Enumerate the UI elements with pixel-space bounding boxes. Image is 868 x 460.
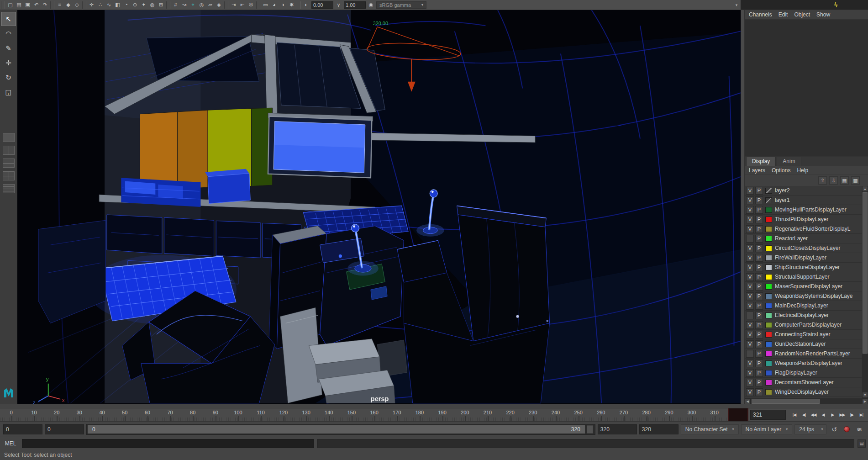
layer-row[interactable]: V P FireWallDisplayLayer — [745, 253, 862, 263]
playback-loop-icon[interactable]: ↺ — [829, 426, 840, 433]
layer-visibility-toggle[interactable]: V — [746, 331, 754, 338]
layer-playback-toggle[interactable]: P — [755, 292, 763, 300]
layer-playback-toggle[interactable]: P — [755, 273, 763, 281]
select-misc-mask-icon[interactable]: ⊞ — [157, 1, 165, 9]
new-scene-icon[interactable]: ▢ — [6, 1, 15, 9]
layout-two-pane-stacked-button[interactable] — [3, 159, 15, 168]
layer-playback-toggle[interactable]: P — [755, 369, 763, 377]
channel-box-menu-item[interactable]: Object — [794, 11, 810, 18]
layout-single-pane-button[interactable] — [3, 133, 15, 142]
make-live-icon[interactable]: ◈ — [215, 1, 223, 9]
layer-color-swatch[interactable] — [765, 293, 772, 299]
layer-color-swatch[interactable] — [765, 188, 772, 194]
construction-history-icon[interactable]: ✇ — [247, 1, 255, 9]
animation-end-field[interactable] — [598, 424, 637, 434]
perspective-viewport[interactable]: 320.00 y x z persp — [17, 10, 741, 404]
layout-two-pane-side-button[interactable] — [3, 146, 15, 155]
toolbar-section-grip[interactable] — [166, 1, 170, 9]
anim-layer-dropdown[interactable]: No Anim Layer ▾ — [741, 424, 793, 434]
render-settings-icon[interactable]: ✱ — [287, 1, 296, 9]
toolbar-section-grip[interactable] — [224, 1, 228, 9]
open-render-view-icon[interactable]: ▭ — [261, 1, 270, 9]
redo-icon[interactable]: ↷ — [41, 1, 49, 9]
move-tool[interactable]: ✛ — [1, 56, 16, 70]
layer-visibility-toggle[interactable]: V — [746, 273, 754, 281]
layer-color-swatch[interactable] — [765, 236, 772, 242]
render-current-frame-icon[interactable]: ◕ — [270, 1, 279, 9]
current-frame-field[interactable] — [750, 410, 786, 420]
layer-visibility-toggle[interactable] — [746, 350, 754, 358]
go-to-playback-start-button[interactable]: |◀ — [790, 410, 799, 419]
snap-to-projected-center-icon[interactable]: ◎ — [197, 1, 206, 9]
layer-color-swatch[interactable] — [765, 303, 772, 309]
tab-anim[interactable]: Anim — [777, 157, 801, 166]
view-transform-icon[interactable]: ◉ — [367, 1, 375, 9]
layer-visibility-toggle[interactable]: V — [746, 254, 754, 262]
script-editor-icon[interactable]: ▤ — [857, 439, 866, 448]
layer-playback-toggle[interactable]: P — [755, 388, 763, 396]
input-connections-icon[interactable]: ⇥ — [229, 1, 238, 9]
layer-editor-menu-item[interactable]: Layers — [749, 167, 765, 174]
layer-color-swatch[interactable] — [765, 217, 772, 222]
layer-playback-toggle[interactable]: P — [755, 254, 763, 262]
layer-row[interactable]: V P layer1 — [745, 196, 862, 205]
layer-playback-toggle[interactable]: P — [755, 379, 763, 386]
move-layer-up-icon[interactable]: ⇧ — [818, 176, 827, 185]
animation-start-field[interactable] — [45, 424, 84, 434]
layer-row[interactable]: V P MaserSquaredDisplayLayer — [745, 282, 862, 291]
toolbar-section-grip[interactable] — [82, 1, 86, 9]
layer-color-swatch[interactable] — [765, 197, 772, 203]
channel-box-menu-item[interactable]: Show — [816, 11, 830, 18]
layer-row[interactable]: V P CircuitClosetsDisplayLayer — [745, 243, 862, 253]
layer-playback-toggle[interactable]: P — [755, 283, 763, 291]
exposure-icon[interactable]: ◐ — [302, 1, 310, 9]
layer-color-swatch[interactable] — [765, 380, 772, 386]
select-by-hierarchy-icon[interactable]: ≡ — [55, 1, 64, 9]
layer-playback-toggle[interactable]: P — [755, 264, 763, 271]
playback-start-field[interactable] — [3, 424, 42, 434]
lasso-tool[interactable]: ◠ — [1, 26, 16, 41]
current-time-marker[interactable] — [728, 408, 748, 421]
layer-color-swatch[interactable] — [765, 284, 772, 290]
horizontal-scrollbar-thumb[interactable] — [752, 399, 820, 404]
layer-row[interactable]: V P WingDecDisplayLayer — [745, 387, 862, 397]
layer-visibility-toggle[interactable]: V — [746, 369, 754, 377]
layer-playback-toggle[interactable]: P — [755, 225, 763, 233]
layer-list-vertical-scrollbar[interactable]: ▲ ▼ — [862, 186, 868, 398]
channel-box-menu-item[interactable]: Channels — [749, 11, 772, 18]
select-dynamics-mask-icon[interactable]: ✦ — [139, 1, 148, 9]
gamma-icon[interactable]: γ — [334, 1, 343, 9]
layer-row[interactable]: V P MainDecDisplayLayer — [745, 301, 862, 311]
range-slider-track[interactable]: 0 320 — [86, 424, 595, 435]
layer-editor-menu-item[interactable]: Help — [797, 167, 808, 174]
layer-row[interactable]: V P ShipStructureDisplayLayer — [745, 263, 862, 272]
layer-list-horizontal-scrollbar[interactable]: ◀ ▶ — [745, 398, 868, 404]
fps-value-box[interactable]: 24 fps — [794, 424, 818, 434]
viewport-canvas[interactable]: 320.00 y x z persp — [17, 10, 741, 404]
layer-row[interactable]: P RandomNonRenderPartsLayer — [745, 349, 862, 359]
layer-visibility-toggle[interactable]: V — [746, 388, 754, 396]
toolbar-section-grip[interactable] — [1, 1, 5, 9]
layer-editor-menu-item[interactable]: Options — [772, 167, 790, 174]
snap-to-curve-icon[interactable]: ↝ — [180, 1, 189, 9]
range-slider-bar[interactable]: 0 320 — [88, 425, 585, 434]
tab-display[interactable]: Display — [746, 157, 776, 166]
layer-color-swatch[interactable] — [765, 207, 772, 213]
character-set-dropdown[interactable]: No Character Set ▾ — [681, 424, 739, 434]
layer-color-swatch[interactable] — [765, 351, 772, 357]
scroll-up-icon[interactable]: ▲ — [862, 186, 868, 192]
layer-visibility-toggle[interactable]: V — [746, 379, 754, 386]
auto-keyframe-icon[interactable] — [844, 426, 850, 432]
lightning-icon[interactable]: ϟ — [834, 1, 837, 9]
layer-visibility-toggle[interactable]: V — [746, 321, 754, 329]
layer-playback-toggle[interactable]: P — [755, 350, 763, 358]
gamma-field[interactable] — [344, 1, 366, 9]
layer-color-swatch[interactable] — [765, 245, 772, 251]
select-points-mask-icon[interactable]: ∴ — [96, 1, 105, 9]
layer-color-swatch[interactable] — [765, 264, 772, 270]
layer-playback-toggle[interactable]: P — [755, 331, 763, 338]
layer-visibility-toggle[interactable]: V — [746, 264, 754, 271]
layer-row[interactable]: V P DecomtamShowerLayer — [745, 378, 862, 387]
layer-row[interactable]: V P WeaponsPartsDisplayLayer — [745, 359, 862, 368]
layer-playback-toggle[interactable]: P — [755, 206, 763, 214]
